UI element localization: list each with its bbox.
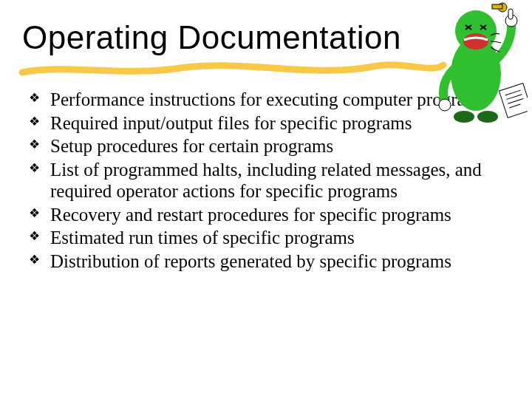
bullet-icon: ❖ [30, 91, 44, 106]
character-finger [508, 9, 513, 19]
list-item: ❖ Estimated run times of specific progra… [30, 227, 502, 249]
bullet-icon: ❖ [30, 137, 44, 152]
character-arm [495, 22, 511, 61]
whistle-icon [492, 3, 507, 12]
character-foot [454, 111, 474, 123]
paper-icon [499, 83, 528, 118]
list-item-text: Setup procedures for certain programs [50, 136, 333, 156]
list-item: ❖ List of programmed halts, including re… [30, 159, 502, 202]
slide: Operating Documentation ❖ Performance in… [0, 0, 532, 399]
bullet-icon: ❖ [30, 115, 44, 129]
svg-rect-6 [492, 4, 502, 9]
list-item-text: Recovery and restart procedures for spec… [50, 205, 451, 225]
bullet-icon: ❖ [30, 229, 44, 244]
list-item-text: Distribution of reports generated by spe… [50, 251, 451, 271]
title-underline [18, 58, 447, 78]
character-mouth [463, 33, 488, 50]
list-item-text: Performance instructions for executing c… [50, 89, 487, 109]
cartoon-character-icon [432, 0, 528, 129]
bullet-icon: ❖ [30, 161, 44, 176]
list-item-text: Estimated run times of specific programs [50, 228, 355, 248]
list-item-text: List of programmed halts, including rela… [50, 160, 482, 202]
list-item: ❖ Distribution of reports generated by s… [30, 250, 502, 273]
list-item-text: Required input/output files for specific… [50, 113, 412, 133]
character-foot [477, 111, 498, 123]
bullet-icon: ❖ [30, 206, 44, 221]
list-item: ❖ Setup procedures for certain programs [30, 135, 502, 157]
list-item: ❖ Recovery and restart procedures for sp… [30, 204, 502, 226]
svg-rect-0 [499, 83, 528, 118]
underline-stroke [22, 65, 443, 72]
bullet-icon: ❖ [30, 253, 44, 267]
character-hand [439, 99, 451, 111]
